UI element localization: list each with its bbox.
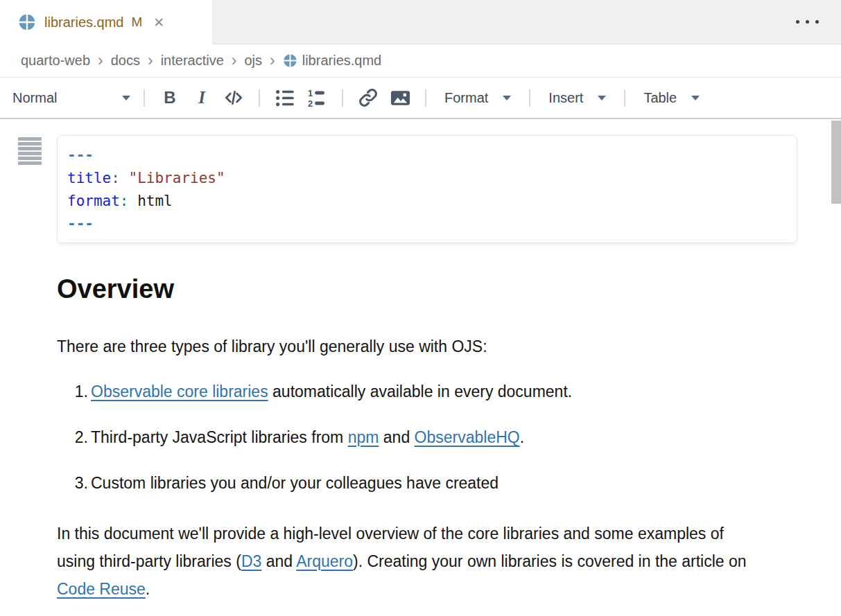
yaml-key-format: format [67,193,120,209]
breadcrumb-chevron-icon: › [270,53,275,69]
bullet-list-icon [275,87,296,109]
yaml-value-title: "Libraries" [120,170,225,186]
format-menu-label: Format [444,90,488,106]
closing-text: . [146,580,150,598]
yaml-colon: : [111,170,120,186]
yaml-line: title: "Libraries" [67,167,787,190]
breadcrumb-chevron-icon: › [148,53,153,69]
paragraph-style-value: Normal [12,90,57,106]
yaml-front-matter-block[interactable]: --- title: "Libraries" format: html --- [57,135,797,243]
code-button[interactable] [218,84,250,112]
link-button[interactable] [352,84,384,112]
table-menu[interactable]: Table [636,90,707,106]
quarto-icon [18,13,36,31]
list-item-text: Custom libraries you and/or your colleag… [91,469,498,497]
editor-scrollbar[interactable] [831,121,841,204]
dropdown-caret-icon [691,96,700,100]
list-item: 2. Third-party JavaScript libraries from… [57,423,797,451]
tab-bar-spacer [212,0,841,44]
toolbar-separator [425,89,426,107]
list-item-text: Third-party JavaScript libraries from np… [91,423,524,451]
breadcrumb-chevron-icon: › [98,53,103,69]
list-item-lead: Third-party JavaScript libraries from [91,428,348,446]
intro-paragraph: There are three types of library you'll … [57,333,797,360]
toolbar-separator [259,89,260,107]
bullet-list-button[interactable] [269,84,301,112]
yaml-line: --- [67,213,787,236]
link-d3[interactable]: D3 [241,552,261,570]
closing-text: ). Creating your own libraries is covere… [353,552,747,570]
breadcrumb-item-quarto-web[interactable]: quarto-web [21,53,90,69]
insert-menu[interactable]: Insert [541,90,614,106]
breadcrumb-chevron-icon: › [232,53,237,69]
tab-bar: libraries.qmd M ✕ [0,0,841,44]
breadcrumb-item-ojs[interactable]: ojs [244,53,262,69]
drag-handle-icon[interactable] [17,136,43,166]
dropdown-caret-icon [122,96,130,100]
toolbar-separator [144,89,145,107]
link-code-reuse[interactable]: Code Reuse [57,580,146,598]
code-icon [223,87,245,109]
link-arquero[interactable]: Arquero [296,552,353,570]
list-item-text: Observable core libraries automatically … [91,378,572,405]
yaml-value-format: html [129,193,173,209]
numbered-list-icon: 1 2 [306,87,328,109]
tab-libraries[interactable]: libraries.qmd M ✕ [0,0,212,44]
link-icon [358,87,379,108]
list-item-number: 3. [57,469,88,497]
link-observable-core-libraries[interactable]: Observable core libraries [91,382,268,401]
svg-text:2: 2 [307,98,312,108]
closing-text: and [261,552,296,570]
toolbar-separator [529,89,530,107]
more-actions-icon[interactable] [793,15,822,29]
italic-button[interactable]: I [186,84,218,112]
ordered-list: 1. Observable core libraries automatical… [57,378,797,497]
list-item-number: 2. [57,423,88,451]
paragraph-style-select[interactable]: Normal [11,90,132,106]
yaml-delimiter: --- [67,147,94,164]
list-item: 3. Custom libraries you and/or your coll… [57,469,797,497]
dropdown-caret-icon [503,96,511,100]
breadcrumb-item-interactive[interactable]: interactive [161,53,224,69]
image-icon [390,87,411,109]
breadcrumb-item-docs[interactable]: docs [111,53,140,69]
page-title: Overview [57,274,797,304]
close-icon[interactable]: ✕ [153,15,164,30]
closing-paragraph: In this document we'll provide a high-le… [57,520,758,603]
yaml-delimiter: --- [67,215,94,232]
link-npm[interactable]: npm [348,428,379,446]
dropdown-caret-icon [598,96,606,100]
svg-text:1: 1 [307,87,312,98]
italic-icon: I [198,88,205,107]
breadcrumb: quarto-web › docs › interactive › ojs › … [0,44,841,78]
bold-button[interactable]: B [154,84,186,112]
table-menu-label: Table [643,90,677,106]
bold-icon: B [164,88,175,107]
image-button[interactable] [384,84,416,112]
toolbar-separator [624,89,625,107]
list-item-tail: . [520,428,524,446]
list-item-tail: automatically available in every documen… [268,382,573,401]
breadcrumb-file-label: libraries.qmd [302,53,381,69]
list-item-number: 1. [57,378,88,405]
link-observablehq[interactable]: ObservableHQ [415,428,520,446]
yaml-line: --- [67,144,787,167]
toolbar-separator [342,89,343,107]
editor-canvas[interactable]: --- title: "Libraries" format: html --- … [0,119,841,615]
yaml-colon: : [120,193,129,209]
yaml-key-title: title [67,170,111,186]
list-item-mid: and [379,428,414,446]
quarto-icon [283,53,297,68]
format-menu[interactable]: Format [437,90,519,106]
list-item: 1. Observable core libraries automatical… [57,378,797,405]
yaml-line: format: html [67,190,787,213]
formatting-toolbar: Normal B I 1 2 [0,78,841,119]
tab-title: libraries.qmd [44,15,123,30]
modified-badge: M [131,15,142,30]
breadcrumb-item-file[interactable]: libraries.qmd [283,53,381,69]
numbered-list-button[interactable]: 1 2 [301,84,333,112]
insert-menu-label: Insert [548,90,583,106]
